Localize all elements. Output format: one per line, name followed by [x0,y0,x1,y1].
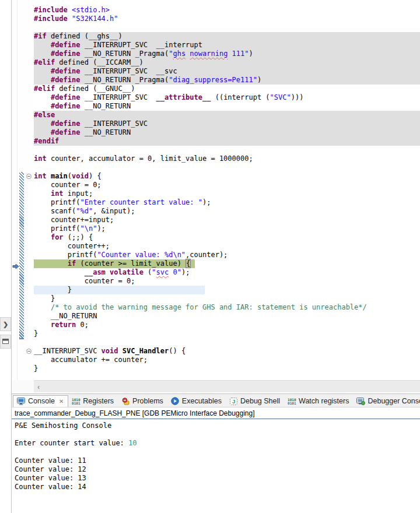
code-token: __NO_RETURN [80,128,131,136]
code-token: ( [68,172,72,180]
code-token: #include [34,15,68,23]
code-line [34,23,420,32]
console-text: Counter value: 13 [15,474,86,482]
code-line: #define __NO_RETURN _Pragma("diag_suppre… [34,76,420,85]
code-token: __INTERRUPT_SVC __svc [80,67,177,75]
code-token: __NO_RETURN _Pragma( [80,50,169,58]
code-token: (counter >= limit_value) [76,259,186,268]
code-token: void [72,172,89,180]
code-line: #include <stdio.h> [34,6,420,15]
code-token: () { [169,347,186,355]
tab-debugger-console[interactable]: Debugger Console [353,396,420,407]
code-token: #define [51,128,80,136]
tab-watch-registers[interactable]: 10100101Watch registers [284,396,353,407]
code-token: __INTERRUPT_SVC [80,120,148,128]
code-token: counter++; [34,242,110,250]
code-token: #define [51,41,80,49]
console-icon [17,397,26,405]
code-token: ( [144,268,152,276]
code-token: #define [51,76,80,84]
code-line: } [34,364,420,373]
collapse-icon[interactable] [26,174,32,179]
tab-registers[interactable]: 10100101Registers [68,396,118,407]
console-line: Counter value: 11 [15,456,420,465]
code-token [34,233,51,241]
tab-label: Executables [182,397,222,405]
code-token: #define [51,102,80,110]
code-token: } [34,329,38,338]
code-token: input; [64,189,93,198]
tab-executables[interactable]: Executables [167,396,226,407]
restore-view-button[interactable]: ❯ [0,317,11,331]
code-token: counter = 0; [34,277,135,285]
close-icon[interactable]: ✕ [59,398,64,405]
code-token: __INTERRUPT_SVC [34,347,102,355]
code-token: scanf( [34,207,76,215]
editor-gutter[interactable] [12,0,34,380]
collapse-icon[interactable] [26,349,32,354]
instruction-pointer-icon [12,261,19,267]
tab-label: Problems [132,397,163,405]
code-token: } [34,294,55,303]
code-token: #define [51,67,80,75]
tab-console[interactable]: Console✕ [13,395,68,407]
code-token [34,76,51,84]
code-token: defined (__ICCARM__) [55,58,144,66]
code-token: "SVC" [270,93,291,101]
code-token: __attribute__ [156,93,211,101]
code-token: ); [202,198,211,206]
code-token: ); [181,268,190,276]
code-line: int input; [34,189,420,198]
code-line [34,146,420,154]
code-token [68,15,72,23]
quick-diff-change-bar[interactable] [19,172,24,339]
code-token: ) [257,76,261,84]
view-tab-bar: Console✕10100101RegistersProblemsExecuta… [12,394,420,407]
console-text: Counter value: 14 [15,483,86,491]
chevron-right-icon: ❯ [3,321,8,328]
console-line: Counter value: 12 [15,465,420,474]
code-line: counter+=input; [34,216,420,224]
code-line: __asm volatile ("svc 0"); [34,268,420,277]
svg-text:J: J [232,398,235,405]
code-token: __NO_RETURN [80,102,131,110]
console-output[interactable]: P&E Semihosting ConsoleEnter counter sta… [12,419,420,491]
code-token [34,50,51,58]
code-line: counter = 0; [34,277,420,286]
restore-window-button[interactable] [0,335,11,349]
code-line: #define __INTERRUPT_SVC [34,120,420,128]
console-line [15,448,420,456]
code-token: ,counter); [186,251,228,259]
code-token: __NO_RETURN _Pragma( [80,76,169,84]
tab-debug-shell[interactable]: JDebug Shell [226,396,284,407]
code-token [34,67,51,75]
executables-icon [171,397,180,405]
code-line: } [34,294,420,303]
code-token: counter, accumulator = 0, limit_value = … [47,154,253,163]
code-token: 0" [169,268,181,276]
tab-problems[interactable]: Problems [118,396,167,407]
registers-icon: 10100101 [72,397,80,405]
code-token: main [51,172,68,180]
code-token: counter = 0; [34,181,102,189]
code-token: int [51,189,64,198]
code-line: counter = 0; [34,181,420,189]
horizontal-scrollbar[interactable]: ‹ [12,380,420,392]
code-token: SVC_Handler [123,347,169,355]
console-text: Counter value: 12 [15,465,86,473]
code-token: printf( [34,198,80,206]
code-area[interactable]: #include <stdio.h>#include "S32K144.h"#i… [34,0,420,380]
code-line: #define __NO_RETURN _Pragma("ghs nowarni… [34,50,420,58]
code-line: #define __NO_RETURN [34,128,420,137]
scrollbar-track[interactable]: ‹ [34,380,420,392]
code-token: return [51,321,76,329]
code-line [34,338,420,347]
code-token: #elif [34,58,55,66]
current-line-highlight: } [34,286,205,294]
code-token [34,102,51,110]
watch-registers-icon: 10100101 [288,397,296,405]
tab-label: Registers [83,397,114,405]
scroll-left-arrow[interactable]: ‹ [34,383,40,391]
code-token: printf( [34,251,97,259]
code-token: ) { [89,172,102,180]
